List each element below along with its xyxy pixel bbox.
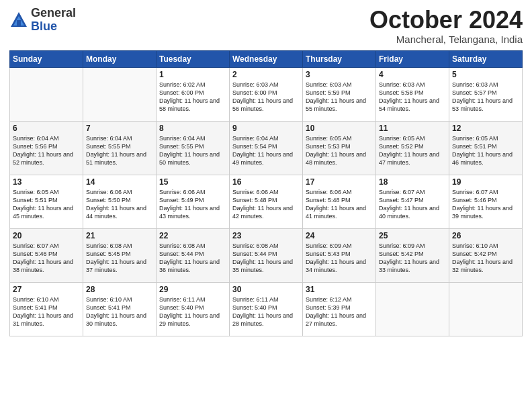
header-wednesday: Wednesday [230,50,303,67]
day-info: Sunrise: 6:08 AM Sunset: 5:44 PM Dayligh… [159,242,226,275]
day-info: Sunrise: 6:06 AM Sunset: 5:49 PM Dayligh… [159,188,226,221]
table-row: 17Sunrise: 6:06 AM Sunset: 5:48 PM Dayli… [303,175,376,228]
day-number: 3 [306,70,373,79]
day-number: 12 [452,124,519,133]
day-info: Sunrise: 6:12 AM Sunset: 5:39 PM Dayligh… [306,295,373,328]
table-row: 20Sunrise: 6:07 AM Sunset: 5:46 PM Dayli… [10,228,83,282]
day-number: 7 [86,124,153,133]
calendar-week-row: 6Sunrise: 6:04 AM Sunset: 5:56 PM Daylig… [10,121,523,175]
svg-rect-2 [17,20,21,26]
table-row: 13Sunrise: 6:05 AM Sunset: 5:51 PM Dayli… [10,175,83,228]
day-info: Sunrise: 6:11 AM Sunset: 5:40 PM Dayligh… [232,295,300,328]
day-number: 19 [452,177,519,187]
header-friday: Friday [376,50,449,67]
day-number: 9 [232,124,300,133]
day-number: 14 [86,177,153,187]
calendar-week-row: 20Sunrise: 6:07 AM Sunset: 5:46 PM Dayli… [10,228,523,282]
day-number: 2 [232,70,300,79]
table-row: 22Sunrise: 6:08 AM Sunset: 5:44 PM Dayli… [157,228,230,282]
table-row: 14Sunrise: 6:06 AM Sunset: 5:50 PM Dayli… [83,175,157,228]
day-info: Sunrise: 6:03 AM Sunset: 5:58 PM Dayligh… [379,81,446,113]
day-number: 31 [306,285,373,294]
table-row: 11Sunrise: 6:05 AM Sunset: 5:52 PM Dayli… [376,121,449,175]
day-info: Sunrise: 6:04 AM Sunset: 5:55 PM Dayligh… [86,134,153,167]
calendar-table: Sunday Monday Tuesday Wednesday Thursday… [9,50,523,336]
day-info: Sunrise: 6:10 AM Sunset: 5:41 PM Dayligh… [13,295,80,328]
logo: General Blue [9,7,76,34]
day-number: 5 [452,70,519,79]
table-row [83,67,157,121]
table-row: 16Sunrise: 6:06 AM Sunset: 5:48 PM Dayli… [230,175,303,228]
header-sunday: Sunday [10,50,83,67]
logo-icon [9,11,28,30]
day-number: 11 [379,124,446,133]
day-info: Sunrise: 6:09 AM Sunset: 5:42 PM Dayligh… [379,242,446,275]
header-monday: Monday [83,50,157,67]
table-row: 27Sunrise: 6:10 AM Sunset: 5:41 PM Dayli… [10,282,83,336]
day-info: Sunrise: 6:02 AM Sunset: 6:00 PM Dayligh… [159,81,226,113]
day-number: 20 [13,231,80,240]
day-info: Sunrise: 6:04 AM Sunset: 5:55 PM Dayligh… [159,134,226,167]
table-row: 18Sunrise: 6:07 AM Sunset: 5:47 PM Dayli… [376,175,449,228]
calendar-week-row: 27Sunrise: 6:10 AM Sunset: 5:41 PM Dayli… [10,282,523,336]
table-row: 26Sunrise: 6:10 AM Sunset: 5:42 PM Dayli… [449,228,523,282]
day-number: 4 [379,70,446,79]
day-info: Sunrise: 6:06 AM Sunset: 5:48 PM Dayligh… [232,188,300,221]
day-number: 25 [379,231,446,240]
table-row: 5Sunrise: 6:03 AM Sunset: 5:57 PM Daylig… [449,67,523,121]
logo-general-text: General [31,7,76,20]
day-number: 24 [306,231,373,240]
header-saturday: Saturday [449,50,523,67]
table-row: 31Sunrise: 6:12 AM Sunset: 5:39 PM Dayli… [303,282,376,336]
calendar-week-row: 1Sunrise: 6:02 AM Sunset: 6:00 PM Daylig… [10,67,523,121]
table-row: 15Sunrise: 6:06 AM Sunset: 5:49 PM Dayli… [157,175,230,228]
day-number: 28 [86,285,153,294]
day-info: Sunrise: 6:06 AM Sunset: 5:50 PM Dayligh… [86,188,153,221]
day-number: 15 [159,177,226,187]
day-number: 1 [159,70,226,79]
table-row: 1Sunrise: 6:02 AM Sunset: 6:00 PM Daylig… [157,67,230,121]
table-row: 21Sunrise: 6:08 AM Sunset: 5:45 PM Dayli… [83,228,157,282]
calendar-week-row: 13Sunrise: 6:05 AM Sunset: 5:51 PM Dayli… [10,175,523,228]
table-row: 23Sunrise: 6:08 AM Sunset: 5:44 PM Dayli… [230,228,303,282]
day-info: Sunrise: 6:09 AM Sunset: 5:43 PM Dayligh… [306,242,373,275]
table-row: 9Sunrise: 6:04 AM Sunset: 5:54 PM Daylig… [230,121,303,175]
table-row: 30Sunrise: 6:11 AM Sunset: 5:40 PM Dayli… [230,282,303,336]
title-month: October 2024 [369,7,523,34]
day-number: 26 [452,231,519,240]
table-row: 2Sunrise: 6:03 AM Sunset: 6:00 PM Daylig… [230,67,303,121]
table-row: 10Sunrise: 6:05 AM Sunset: 5:53 PM Dayli… [303,121,376,175]
header: General Blue October 2024 Mancheral, Tel… [9,7,523,45]
day-info: Sunrise: 6:04 AM Sunset: 5:54 PM Dayligh… [232,134,300,167]
day-number: 17 [306,177,373,187]
day-info: Sunrise: 6:07 AM Sunset: 5:47 PM Dayligh… [379,188,446,221]
table-row: 25Sunrise: 6:09 AM Sunset: 5:42 PM Dayli… [376,228,449,282]
day-number: 10 [306,124,373,133]
day-info: Sunrise: 6:07 AM Sunset: 5:46 PM Dayligh… [452,188,519,221]
day-info: Sunrise: 6:03 AM Sunset: 6:00 PM Dayligh… [232,81,300,113]
day-info: Sunrise: 6:03 AM Sunset: 5:57 PM Dayligh… [452,81,519,113]
day-info: Sunrise: 6:10 AM Sunset: 5:41 PM Dayligh… [86,295,153,328]
day-number: 13 [13,177,80,187]
calendar-header-row: Sunday Monday Tuesday Wednesday Thursday… [10,50,523,67]
day-number: 29 [159,285,226,294]
table-row [10,67,83,121]
title-block: October 2024 Mancheral, Telangana, India [369,7,523,45]
day-info: Sunrise: 6:08 AM Sunset: 5:44 PM Dayligh… [232,242,300,275]
day-number: 23 [232,231,300,240]
day-info: Sunrise: 6:03 AM Sunset: 5:59 PM Dayligh… [306,81,373,113]
table-row: 28Sunrise: 6:10 AM Sunset: 5:41 PM Dayli… [83,282,157,336]
title-location: Mancheral, Telangana, India [369,34,523,45]
table-row [376,282,449,336]
page-container: General Blue October 2024 Mancheral, Tel… [0,0,532,343]
day-info: Sunrise: 6:10 AM Sunset: 5:42 PM Dayligh… [452,242,519,275]
day-info: Sunrise: 6:05 AM Sunset: 5:51 PM Dayligh… [452,134,519,167]
day-number: 21 [86,231,153,240]
table-row: 24Sunrise: 6:09 AM Sunset: 5:43 PM Dayli… [303,228,376,282]
day-number: 22 [159,231,226,240]
logo-text: General Blue [31,7,76,34]
day-info: Sunrise: 6:11 AM Sunset: 5:40 PM Dayligh… [159,295,226,328]
table-row: 4Sunrise: 6:03 AM Sunset: 5:58 PM Daylig… [376,67,449,121]
day-info: Sunrise: 6:04 AM Sunset: 5:56 PM Dayligh… [13,134,80,167]
table-row [449,282,523,336]
